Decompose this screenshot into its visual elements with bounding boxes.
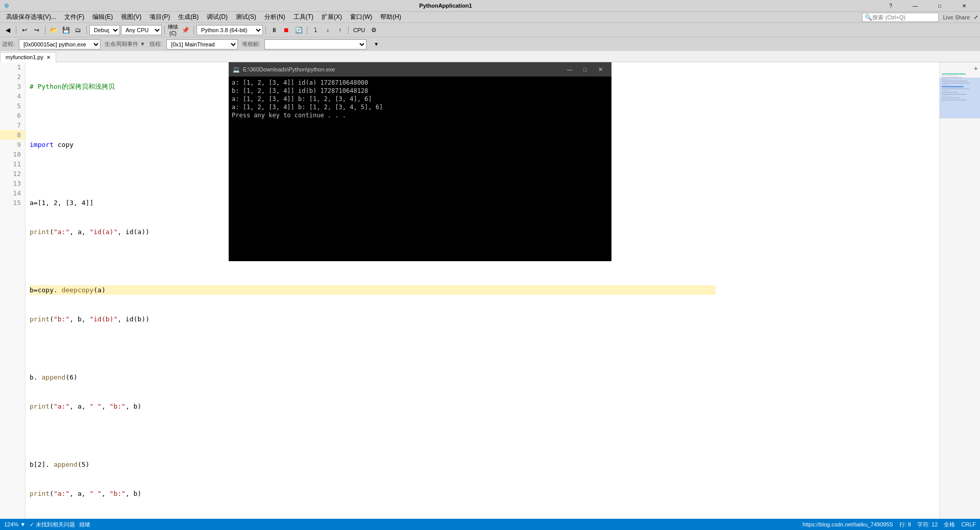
code-append-14: append: [54, 460, 78, 469]
minimap-block-2: [942, 75, 958, 76]
code-line-12: print("a:", a, " ", "b:", b): [30, 401, 716, 411]
menu-build[interactable]: 生成(B): [174, 12, 203, 22]
menu-advanced-save[interactable]: 高级保存选项(V)...: [2, 12, 60, 22]
code-print-12: print: [30, 401, 50, 411]
code-line-13: [30, 431, 716, 440]
tab-myfunction1[interactable]: myfunction1.py ✕: [0, 52, 56, 62]
toolbar-sep-1: [16, 26, 16, 34]
terminal-close-btn[interactable]: ✕: [593, 64, 607, 74]
search-icon: 🔍: [865, 14, 872, 21]
tab-close-button[interactable]: ✕: [46, 55, 51, 60]
error-text: 未找到相关问题: [36, 521, 75, 528]
stop-button[interactable]: ⏹: [281, 24, 292, 36]
code-paren-6a: (: [50, 227, 54, 237]
python-version-dropdown[interactable]: Python 3.8 (64-bit): [197, 25, 263, 35]
toolbar-save-all-btn[interactable]: 🗂: [72, 24, 84, 36]
settings-btn[interactable]: ⚙: [368, 24, 379, 36]
restart-button[interactable]: 🔄: [293, 24, 304, 36]
stackframe-dropdown[interactable]: [264, 39, 366, 49]
line-num-8: 8: [0, 130, 25, 140]
tab-filename: myfunction1.py: [6, 54, 43, 60]
line-num-12: 12: [0, 169, 25, 179]
menu-view[interactable]: 视图(V): [117, 12, 145, 22]
thread-label: 线程:: [150, 40, 162, 48]
menu-window[interactable]: 窗口(W): [346, 12, 376, 22]
status-row[interactable]: 行: 8: [899, 521, 911, 528]
code-import-kw: import: [30, 140, 54, 149]
menu-bar: 高级保存选项(V)... 文件(F) 编辑(E) 视图(V) 项目(P) 生成(…: [0, 11, 980, 22]
toolbar-save-btn[interactable]: 💾: [60, 24, 71, 36]
menu-edit[interactable]: 编辑(E): [88, 12, 117, 22]
live-share-button[interactable]: Live Share: [943, 14, 970, 20]
code-str-12b: " ": [89, 401, 101, 411]
close-button[interactable]: ✕: [952, 0, 976, 11]
window-controls[interactable]: ? — □ ✕: [879, 0, 976, 11]
toolbar-open-btn[interactable]: 📂: [48, 24, 59, 36]
status-right: https://blog.csdn.net/taiiku_749095S 行: …: [802, 521, 976, 528]
menu-analyze[interactable]: 分析(N): [260, 12, 289, 22]
maximize-button[interactable]: □: [928, 0, 951, 11]
pause-button[interactable]: ⏸: [268, 24, 280, 36]
step-over-btn[interactable]: ⤵: [310, 24, 321, 36]
debug-mode-dropdown[interactable]: Debug: [89, 25, 120, 35]
minimize-button[interactable]: —: [903, 0, 927, 11]
step-out-btn[interactable]: ↑: [334, 24, 346, 36]
continue-button[interactable]: 继续(C): [167, 24, 179, 36]
question-button[interactable]: ?: [879, 0, 902, 11]
url-text: https://blog.csdn.net/taiiku_749095S: [802, 521, 893, 527]
debug-extra-btn[interactable]: ▼: [371, 39, 382, 50]
minimap: +: [939, 62, 980, 519]
code-comma-9b: , id(b)): [117, 314, 150, 324]
process-dropdown[interactable]: [0x000015ac] python.exe: [19, 39, 101, 49]
menu-project[interactable]: 项目(P): [145, 12, 174, 22]
toolbar-sep-8: [348, 26, 349, 34]
toolbar-back-btn[interactable]: ◀: [2, 24, 13, 36]
status-format[interactable]: 全格: [944, 521, 955, 528]
code-deepcopy: deepcopy: [62, 285, 94, 295]
terminal-window[interactable]: 💻 E:\360Downloads\Python\python.exe — □ …: [229, 62, 611, 261]
code-comma-12b: ,: [102, 401, 110, 411]
menu-test[interactable]: 测试(S): [232, 12, 260, 22]
tab-bar: myfunction1.py ✕: [0, 51, 980, 62]
toolbar-undo-btn[interactable]: ↩: [19, 24, 30, 36]
menu-file[interactable]: 文件(F): [60, 12, 88, 22]
thread-dropdown[interactable]: [0x1] MainThread: [166, 39, 238, 49]
code-import-copy: copy: [54, 140, 74, 149]
code-line-14: b[2]. append(5): [30, 460, 716, 469]
terminal-body[interactable]: a: [1, 2, [3, 4]] id(a) 1728710648000 b:…: [229, 77, 611, 261]
status-errors[interactable]: ✓ 未找到相关问题: [30, 521, 75, 528]
toolbar-sep-4: [164, 26, 165, 34]
status-url[interactable]: https://blog.csdn.net/taiiku_749095S: [802, 521, 893, 527]
cpu-label-btn: CPU: [351, 24, 367, 36]
code-comma-12c: , b): [126, 401, 141, 411]
row-value: 行: 8: [899, 521, 911, 528]
toolbar-sep-7: [307, 26, 307, 34]
step-into-btn[interactable]: ↓: [322, 24, 333, 36]
line-num-4: 4: [0, 91, 25, 101]
minimap-viewport: [940, 62, 980, 102]
cpu-mode-dropdown[interactable]: Any CPU: [121, 25, 162, 35]
toolbar-redo-btn[interactable]: ↪: [31, 24, 42, 36]
status-char[interactable]: 字符: 12: [917, 521, 938, 528]
code-str-6b: "id(a)": [89, 227, 117, 237]
menu-debug[interactable]: 调试(D): [203, 12, 232, 22]
live-share-expand-icon[interactable]: ⤢: [974, 14, 978, 20]
stackframe-label: 堆栈帧:: [242, 40, 260, 48]
menu-extensions[interactable]: 扩展(X): [317, 12, 346, 22]
debug-info: 进程: [0x000015ac] python.exe 生命周期事件 ▼ 线程:…: [2, 39, 382, 50]
code-line-11: b. append(6): [30, 372, 716, 382]
code-b2-append: b[2].: [30, 460, 54, 469]
terminal-maximize-btn[interactable]: □: [578, 64, 592, 74]
terminal-minimize-btn[interactable]: —: [562, 64, 577, 74]
pin-button[interactable]: 📌: [180, 24, 191, 36]
menu-tools[interactable]: 工具(T): [289, 12, 317, 22]
line-num-14: 14: [0, 188, 25, 198]
status-crlf[interactable]: CRLF: [961, 521, 976, 527]
search-input[interactable]: [872, 14, 936, 20]
ready-text: 就绪: [79, 521, 90, 528]
menu-help[interactable]: 帮助(H): [376, 12, 405, 22]
lifecycle-dropdown[interactable]: 生命周期事件 ▼: [105, 40, 145, 48]
status-zoom[interactable]: 124% ▼: [4, 521, 26, 527]
terminal-icon: 💻: [233, 66, 240, 73]
terminal-controls[interactable]: — □ ✕: [562, 64, 607, 74]
